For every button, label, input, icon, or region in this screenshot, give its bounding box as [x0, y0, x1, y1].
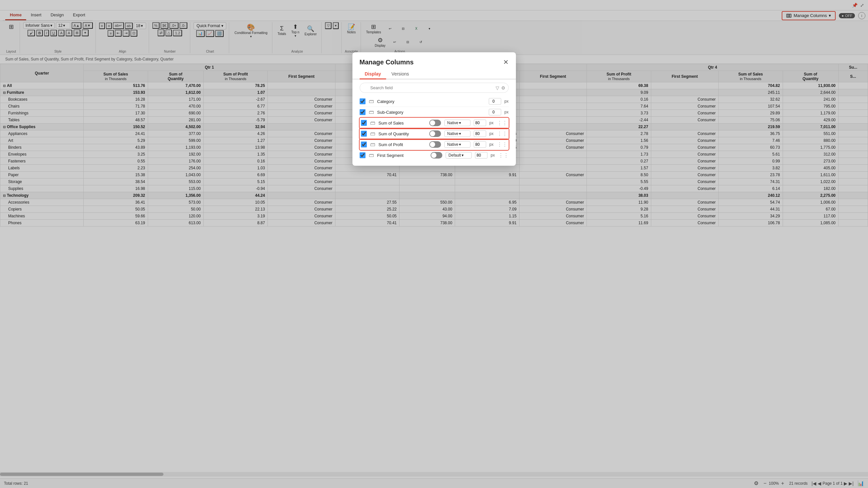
firstseg-checkbox[interactable] [360, 152, 366, 158]
sumqty-col-icon: 🗃 [370, 131, 375, 137]
modal-tab-versions[interactable]: Versions [386, 69, 414, 79]
sumqty-col-name: Sum of Quantity [379, 131, 426, 136]
sumprofit-checkbox[interactable] [361, 141, 367, 148]
firstseg-dropdown-value: Default [448, 153, 461, 158]
firstseg-toggle-knob [431, 153, 436, 158]
sumprofit-dropdown-arrow: ▾ [459, 142, 461, 147]
list-item: 🗃 Sum of Quantity Native ▾ px ⋮⋮ [360, 128, 509, 139]
search-action-icons: ▽ ⚙ [496, 85, 505, 91]
category-col-name: Category [377, 99, 486, 104]
firstseg-toggle-switch[interactable] [431, 152, 442, 159]
category-col-icon: 🗃 [369, 98, 374, 104]
filter-search-icon[interactable]: ▽ [496, 85, 499, 91]
list-item: 🗃 Sum of Sales Native ▾ px ⋮⋮ [360, 118, 509, 128]
sumprofit-toggle[interactable] [429, 141, 441, 148]
modal-overlay[interactable]: Manage Columns ✕ Display Versions 🔍 ▽ ⚙ … [0, 0, 868, 477]
manage-columns-modal: Manage Columns ✕ Display Versions 🔍 ▽ ⚙ … [352, 52, 516, 166]
sumsales-checkbox[interactable] [361, 120, 367, 126]
list-item: 🗃 Category px [360, 96, 509, 107]
modal-title: Manage Columns [360, 59, 414, 66]
subcategory-col-name: Sub-Category [377, 110, 486, 115]
sumsales-toggle-knob [430, 120, 435, 126]
sumsales-toggle-switch[interactable] [429, 120, 441, 126]
modal-search-area: 🔍 ▽ ⚙ [352, 79, 516, 96]
firstseg-dropdown[interactable]: Default ▾ [445, 152, 472, 159]
sumprofit-dropdown-value: Native [447, 142, 458, 147]
modal-tabs: Display Versions [352, 69, 516, 79]
sumsales-col-name: Sum of Sales [379, 121, 426, 126]
subcategory-checkbox[interactable] [360, 109, 366, 115]
sumsales-dropdown[interactable]: Native ▾ [444, 120, 470, 126]
sumqty-toggle-knob [430, 131, 435, 136]
sumqty-checkbox[interactable] [361, 131, 367, 137]
sumprofit-drag-handle[interactable]: ⋮⋮ [497, 141, 507, 148]
sumsales-col-icon: 🗃 [370, 120, 375, 126]
firstseg-px-input[interactable] [475, 152, 488, 159]
sumprofit-toggle-knob [430, 142, 435, 147]
sumqty-px-input[interactable] [474, 130, 486, 137]
sumprofit-dropdown[interactable]: Native ▾ [444, 141, 470, 148]
category-px-label: px [504, 99, 509, 104]
firstseg-col-icon: 🗃 [369, 152, 374, 158]
sumprofit-col-name: Sum of Profit [379, 142, 426, 147]
settings-search-icon[interactable]: ⚙ [501, 85, 505, 91]
subcategory-col-icon: 🗃 [369, 109, 374, 115]
modal-header: Manage Columns ✕ [352, 52, 516, 69]
sumsales-toggle[interactable] [429, 120, 441, 126]
list-item: 🗃 Sum of Profit Native ▾ px ⋮⋮ [360, 139, 509, 150]
sumsales-dropdown-value: Native [447, 121, 458, 125]
sumqty-toggle-switch[interactable] [429, 130, 441, 137]
category-px-input[interactable] [489, 98, 501, 105]
sumsales-px-input[interactable] [474, 120, 486, 126]
firstseg-col-name: First Segment [377, 153, 427, 158]
sumqty-drag-handle[interactable]: ⋮⋮ [497, 131, 507, 137]
modal-tab-display[interactable]: Display [360, 69, 386, 79]
firstseg-dropdown-arrow: ▾ [462, 153, 464, 158]
modal-body: 🗃 Category px 🗃 Sub-Category px 🗃 Sum of… [352, 96, 516, 166]
sumqty-toggle[interactable] [429, 130, 441, 137]
modal-close-button[interactable]: ✕ [503, 58, 509, 66]
search-input[interactable] [360, 83, 509, 93]
sumprofit-px-input[interactable] [474, 141, 486, 148]
category-checkbox[interactable] [360, 98, 366, 104]
sumqty-dropdown-value: Native [447, 131, 458, 136]
sumqty-dropdown[interactable]: Native ▾ [444, 130, 470, 137]
firstseg-drag-handle[interactable]: ⋮⋮ [498, 152, 509, 159]
sumqty-dropdown-arrow: ▾ [459, 131, 461, 136]
sumprofit-toggle-switch[interactable] [429, 141, 441, 148]
sumprofit-col-icon: 🗃 [370, 141, 375, 148]
subcategory-px-input[interactable] [489, 109, 501, 116]
list-item: 🗃 First Segment Default ▾ px ⋮⋮ [360, 150, 509, 161]
sumsales-dropdown-arrow: ▾ [459, 121, 461, 125]
sumsales-drag-handle[interactable]: ⋮⋮ [497, 120, 507, 126]
list-item: 🗃 Sub-Category px [360, 107, 509, 118]
firstseg-toggle[interactable] [431, 152, 442, 159]
